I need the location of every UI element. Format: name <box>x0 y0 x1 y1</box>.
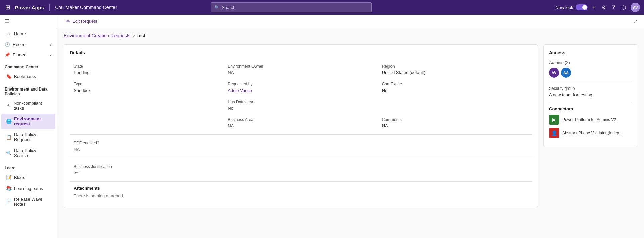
comments-cell: Comments NA <box>378 114 532 132</box>
help-icon[interactable]: ? <box>611 3 616 12</box>
attachments-empty: There is nothing attached. <box>74 193 528 198</box>
sidebar-data-policy-req-label: Data Policy Request <box>14 132 51 142</box>
main-content: ✏ Edit Request ⤢ Environment Creation Re… <box>57 15 644 238</box>
pinned-expand-icon[interactable]: ∨ <box>49 53 52 57</box>
empty-cell-3 <box>70 114 224 132</box>
breadcrumb-separator: > <box>132 33 135 38</box>
admin-av-avatar[interactable]: AV <box>549 68 559 78</box>
data-policy-req-icon: 📋 <box>6 134 11 140</box>
non-compliant-icon: ⚠ <box>6 103 11 108</box>
new-look-label: New look <box>555 5 573 10</box>
sidebar-item-env-request[interactable]: 🌐 Environment request <box>1 114 55 129</box>
sidebar-item-non-compliant[interactable]: ⚠ Non-compliant tasks <box>1 98 55 113</box>
sidebar: ☰ ⌂ Home 🕐 Recent ∨ 📌 Pinned ∨ Command C… <box>0 15 57 238</box>
search-icon: 🔍 <box>214 5 220 10</box>
new-look-toggle[interactable]: New look <box>555 4 587 10</box>
search-input[interactable] <box>222 5 368 10</box>
new-look-switch[interactable] <box>576 4 588 10</box>
access-title: Access <box>549 50 632 55</box>
business-just-label: Business Justification <box>74 164 528 169</box>
connector-icon-phone-validator: 👤 <box>549 128 559 138</box>
app-name: Power Apps <box>15 5 44 10</box>
main-layout: ☰ ⌂ Home 🕐 Recent ∨ 📌 Pinned ∨ Command C… <box>0 15 644 238</box>
content-body: Details State Pending Environment Owner … <box>57 41 644 212</box>
learn-section: Learn <box>0 161 57 172</box>
settings-icon[interactable]: ⚙ <box>600 3 607 12</box>
topnav-right: New look + ⚙ ? ⬡ AV <box>555 3 640 12</box>
connector-name-phone-validator[interactable]: Abstract Phone Validator (Indep... <box>562 131 623 135</box>
has-dataverse-cell: Has Dataverse No <box>224 96 378 114</box>
sidebar-item-release-wave[interactable]: 📄 Release Wave Notes <box>1 194 55 210</box>
env-owner-value: NA <box>228 70 374 75</box>
requested-by-value: Adele Vance <box>228 88 374 93</box>
env-owner-cell: Environment Owner NA <box>224 61 378 78</box>
type-cell: Type Sandbox <box>70 78 224 96</box>
sidebar-env-request-label: Environment request <box>14 116 51 126</box>
details-title: Details <box>70 50 532 55</box>
sidebar-item-data-policy-search[interactable]: 🔍 Data Policy Search <box>1 145 55 161</box>
sidebar-home-label: Home <box>14 31 26 36</box>
edit-request-button[interactable]: ✏ Edit Request <box>64 17 100 25</box>
can-expire-label: Can Expire <box>382 82 528 86</box>
type-label: Type <box>74 82 220 86</box>
plus-icon[interactable]: + <box>591 3 597 12</box>
env-request-icon: 🌐 <box>6 119 11 124</box>
connector-icon-power-platform: ▶ <box>549 115 559 125</box>
details-grid: State Pending Environment Owner NA Regio… <box>70 61 532 132</box>
business-just-row: Business Justification test <box>70 161 532 179</box>
recent-icon: 🕐 <box>5 42 10 47</box>
pinned-icon: 📌 <box>5 52 10 57</box>
expand-icon[interactable]: ⤢ <box>633 18 637 24</box>
connectors-divider <box>549 102 632 102</box>
command-center-section: Command Center <box>0 60 57 71</box>
pcf-label: PCF enabled? <box>74 141 528 145</box>
sidebar-data-policy-search-label: Data Policy Search <box>14 148 51 158</box>
comments-label: Comments <box>382 117 528 122</box>
sidebar-bookmarks-label: Bookmarks <box>14 74 36 79</box>
security-group-value: A new team for testing <box>549 92 632 97</box>
can-expire-cell: Can Expire No <box>378 78 532 96</box>
security-group-label: Security group <box>549 86 632 91</box>
region-label: Region <box>382 64 528 69</box>
state-cell: State Pending <box>70 61 224 78</box>
connector-row-0: ▶ Power Platform for Admins V2 <box>549 115 632 125</box>
region-value: United States (default) <box>382 70 528 75</box>
business-area-value: NA <box>228 123 374 128</box>
search-bar[interactable]: 🔍 <box>211 2 372 12</box>
admin-aa-avatar[interactable]: AA <box>561 68 571 78</box>
blogs-icon: 📝 <box>6 175 11 180</box>
sidebar-toggle[interactable]: ☰ <box>0 15 57 28</box>
access-divider <box>549 82 632 82</box>
bookmarks-icon: 🔖 <box>6 74 11 79</box>
breadcrumb-parent-link[interactable]: Environment Creation Requests <box>64 33 130 38</box>
pcf-value: NA <box>74 147 528 152</box>
breadcrumb: Environment Creation Requests > test <box>57 28 644 41</box>
sidebar-blogs-label: Blogs <box>14 175 25 180</box>
sidebar-item-bookmarks[interactable]: 🔖 Bookmarks <box>1 71 55 82</box>
details-divider-1 <box>70 134 532 135</box>
connector-name-power-platform[interactable]: Power Platform for Admins V2 <box>562 117 616 122</box>
sidebar-item-data-policy-req[interactable]: 📋 Data Policy Request <box>1 129 55 145</box>
sidebar-item-home[interactable]: ⌂ Home <box>1 28 55 39</box>
sidebar-release-wave-label: Release Wave Notes <box>14 197 51 207</box>
env-owner-label: Environment Owner <box>228 64 374 69</box>
sidebar-non-compliant-label: Non-compliant tasks <box>14 101 51 111</box>
sidebar-item-pinned[interactable]: 📌 Pinned ∨ <box>0 50 57 60</box>
edit-icon: ✏ <box>66 19 70 24</box>
recent-expand-icon[interactable]: ∨ <box>49 42 52 47</box>
connectors-title: Connectors <box>549 106 632 111</box>
sidebar-pinned-label: Pinned <box>13 52 26 57</box>
waffle-icon[interactable]: ⊞ <box>4 2 12 12</box>
sidebar-item-recent[interactable]: 🕐 Recent ∨ <box>0 39 57 50</box>
app-title: CoE Maker Command Center <box>55 5 117 10</box>
avatar[interactable]: AV <box>631 3 640 12</box>
sidebar-item-blogs[interactable]: 📝 Blogs <box>1 172 55 183</box>
empty-cell-2 <box>378 96 532 114</box>
sidebar-item-learning-paths[interactable]: 📚 Learning paths <box>1 183 55 194</box>
can-expire-value: No <box>382 88 528 93</box>
attachments-title: Attachments <box>74 186 528 191</box>
attachments-section: Attachments There is nothing attached. <box>70 181 532 202</box>
has-dataverse-value: No <box>228 106 374 111</box>
share-icon[interactable]: ⬡ <box>620 3 627 12</box>
requested-by-cell: Requested by Adele Vance <box>224 78 378 96</box>
